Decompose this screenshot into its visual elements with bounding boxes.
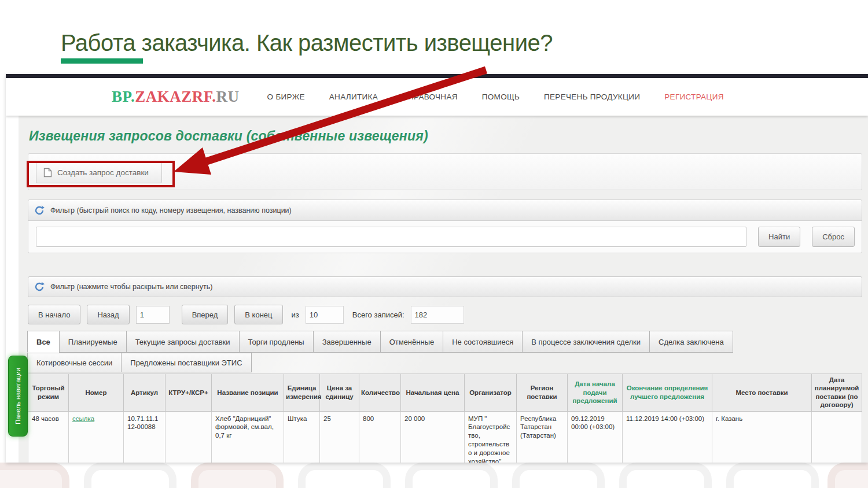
quick-filter-body: Найти Сброс	[28, 221, 862, 253]
search-input[interactable]	[36, 227, 746, 247]
reset-button[interactable]: Сброс	[812, 227, 855, 247]
table-cell: Республика Татарстан (Татарстан)	[517, 411, 568, 463]
nav-link[interactable]: АНАЛИТИКА	[329, 93, 378, 101]
navigation-panel-label: Панель навигации	[14, 368, 21, 424]
page-number-input[interactable]	[136, 306, 170, 324]
title-underline	[61, 58, 143, 64]
navigation-panel-tab[interactable]: Панель навигации	[8, 356, 28, 437]
watermark-shape	[84, 463, 176, 488]
nav-link[interactable]: ПЕРЕЧЕНЬ ПРОДУКЦИИ	[544, 93, 640, 101]
table-cell-text: 25	[323, 415, 331, 422]
next-page-button[interactable]: Вперед	[182, 305, 229, 324]
table-header-label: Место поставки	[735, 389, 788, 396]
table-cell: 25	[320, 411, 359, 463]
extra-tab[interactable]: Котировочные сессии	[27, 353, 122, 372]
nav-link[interactable]: ПОМОЩЬ	[482, 93, 520, 101]
watermark-shape	[405, 463, 498, 488]
watermark-shape	[191, 463, 284, 488]
table-header-label: Цена за единицу	[325, 385, 353, 400]
table-header-cell[interactable]: Регион поставки	[517, 374, 568, 412]
table-cell-text: 20 000	[404, 415, 425, 422]
table-cell: ссылка	[69, 411, 124, 463]
table-header-label: Номер	[85, 389, 106, 396]
create-request-button[interactable]: Создать запрос доставки	[36, 161, 162, 183]
site-screenshot: BP.ZAKAZRF.RU О БИРЖЕАНАЛИТИКАСПРАВОЧНАЯ…	[6, 74, 868, 463]
nav-link[interactable]: РЕГИСТРАЦИЯ	[664, 93, 723, 101]
table-header-label: Начальная цена	[406, 389, 459, 396]
table-header-cell[interactable]: Место поставки	[712, 374, 812, 412]
table-cell-text: 48 часов	[32, 415, 59, 422]
pagination: В начало Назад Вперед В конец из Всего з…	[28, 303, 853, 326]
table-header-cell[interactable]: Организатор	[465, 374, 517, 412]
quick-filter-label: Фильтр (быстрый поиск по коду, номеру из…	[50, 206, 292, 215]
table-cell-text: 09.12.2019 00:00 (+03:00)	[571, 415, 615, 431]
main-nav: О БИРЖЕАНАЛИТИКАСПРАВОЧНАЯПОМОЩЬПЕРЕЧЕНЬ…	[267, 93, 724, 101]
status-tab[interactable]: Не состоявшиеся	[443, 331, 523, 353]
table-cell-text: МУП " Благоустройство, строительство и д…	[468, 415, 510, 463]
prev-page-button[interactable]: Назад	[87, 305, 129, 324]
table-header-cell[interactable]: Цена за единицу	[320, 374, 359, 412]
table-header-cell[interactable]: Начальная цена	[401, 374, 465, 412]
table-cell: 48 часов	[28, 411, 69, 463]
table-cell: Штука	[284, 411, 320, 463]
watermark-shape	[726, 463, 819, 488]
table-cell-text: Хлеб "Дарницкий" формовой, см.вал, 0,7 к…	[215, 415, 274, 439]
table-cell	[812, 411, 862, 463]
advanced-filter-toggle[interactable]: Фильтр (нажмите чтобы раскрыть или сверн…	[28, 276, 862, 297]
logo-part-green: BP.	[112, 88, 135, 105]
table-header-cell[interactable]: Дата планируемой поставки (по договору)	[812, 374, 862, 412]
nav-link[interactable]: СПРАВОЧНАЯ	[402, 93, 458, 101]
site-logo[interactable]: BP.ZAKAZRF.RU	[112, 88, 240, 106]
site-header: BP.ZAKAZRF.RU О БИРЖЕАНАЛИТИКАСПРАВОЧНАЯ…	[6, 78, 868, 116]
page-heading: Извещения запросов доставки (собственные…	[29, 128, 853, 144]
status-tab[interactable]: Планируемые	[59, 331, 127, 353]
slide-title: Работа заказчика. Как разместить извещен…	[61, 30, 553, 56]
table-header-label: Артикул	[131, 389, 158, 396]
status-tab[interactable]: Завершенные	[313, 331, 381, 353]
find-button[interactable]: Найти	[758, 227, 800, 247]
status-tab[interactable]: Сделка заключена	[649, 331, 733, 353]
table-header-label: Организатор	[469, 389, 512, 396]
status-tab[interactable]: Все	[27, 331, 60, 353]
table-header-cell[interactable]: КТРУ+/КСР+	[165, 374, 212, 412]
status-tab[interactable]: Торги продлены	[239, 331, 314, 353]
site-body: Извещения запросов доставки (собственные…	[19, 116, 868, 463]
table-header-cell[interactable]: Артикул	[124, 374, 165, 412]
quick-filter-header[interactable]: Фильтр (быстрый поиск по коду, номеру из…	[28, 200, 862, 221]
table-cell: г. Казань	[712, 411, 812, 463]
table-header-cell[interactable]: Номер	[69, 374, 124, 412]
status-tab[interactable]: В процессе заключения сделки	[522, 331, 650, 353]
last-page-button[interactable]: В конец	[234, 305, 282, 324]
table-header-cell[interactable]: Дата начала подачи предложений	[568, 374, 623, 412]
table-header-label: Регион поставки	[527, 385, 557, 400]
table-header-label: Дата начала подачи предложений	[572, 380, 617, 404]
table-header-row: Торговый режимНомерАртикулКТРУ+/КСР+Назв…	[28, 374, 862, 412]
nav-link[interactable]: О БИРЖЕ	[267, 93, 305, 101]
table-cell-text: 11.12.2019 14:00 (+03:00)	[626, 415, 704, 422]
table-header-cell[interactable]: Единица измерения	[284, 374, 320, 412]
first-page-button[interactable]: В начало	[28, 305, 80, 324]
table-cell: 11.12.2019 14:00 (+03:00)	[623, 411, 712, 463]
table-cell	[165, 411, 212, 463]
table-header-label: Торговый режим	[32, 385, 65, 400]
filter-refresh-icon	[34, 282, 45, 292]
table-header-cell[interactable]: Торговый режим	[28, 374, 69, 412]
watermark-shape	[0, 463, 69, 488]
table-cell: 09.12.2019 00:00 (+03:00)	[568, 411, 623, 463]
table-cell: Хлеб "Дарницкий" формовой, см.вал, 0,7 к…	[212, 411, 284, 463]
status-tab[interactable]: Отменённые	[380, 331, 444, 353]
advanced-filter-label: Фильтр (нажмите чтобы раскрыть или сверн…	[50, 283, 212, 291]
status-tab[interactable]: Текущие запросы доставки	[126, 331, 240, 353]
watermark-shape	[827, 463, 868, 488]
table-header-label: Количество	[361, 389, 400, 396]
logo-part-red: ZAKAZRF.	[135, 88, 216, 105]
extra-tab[interactable]: Предложены поставщики ЭТИС	[121, 353, 251, 372]
table-header-cell[interactable]: Название позиции	[212, 374, 284, 412]
table-header-label: Окончание определения лучшего предложени…	[627, 385, 708, 400]
table-header-cell[interactable]: Количество	[359, 374, 401, 412]
total-pages-field	[306, 306, 344, 324]
watermark-shape	[298, 463, 391, 488]
table-header-cell[interactable]: Окончание определения лучшего предложени…	[623, 374, 712, 412]
table-header-label: Единица измерения	[286, 385, 322, 400]
document-icon	[43, 168, 52, 178]
